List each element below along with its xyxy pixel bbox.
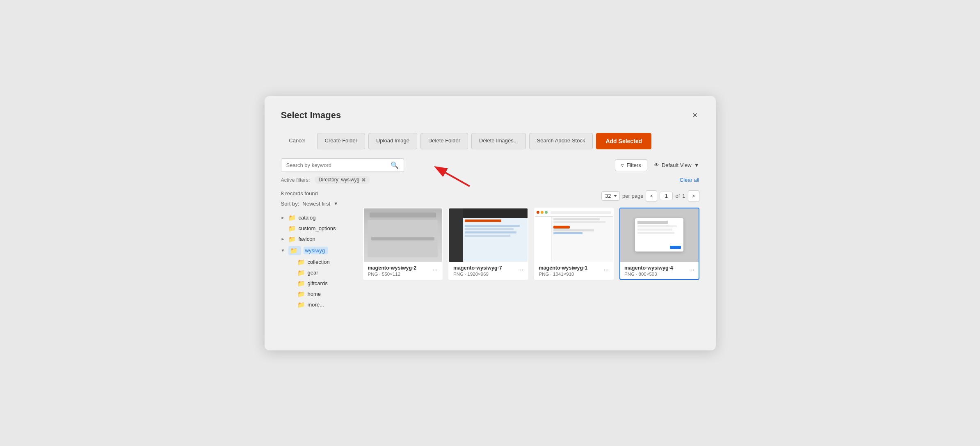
- content-area: 8 records found Sort by: Newest first ▼ …: [281, 190, 699, 310]
- delete-images-button[interactable]: Delete Images...: [471, 133, 526, 149]
- per-page-label: per page: [622, 193, 643, 199]
- folder-label-wysiwyg: wysiwyg: [304, 247, 328, 254]
- active-filters-label: Active filters:: [281, 177, 310, 183]
- filter-label: Filters: [626, 162, 641, 168]
- image-info-wysiwyg7: magento-wysiwyg-7 PNG · 1920×969 ···: [449, 262, 528, 279]
- image-card-wysiwyg2[interactable]: magento-wysiwyg-2 PNG · 550×112 ···: [363, 208, 443, 280]
- folder-label-collection: collection: [308, 259, 330, 265]
- modal: Select Images × Cancel Create Folder Upl…: [265, 96, 716, 350]
- filter-icon: ▿: [621, 162, 624, 168]
- remove-filter-button[interactable]: ✖: [361, 177, 366, 183]
- folder-label-giftcards: giftcards: [308, 280, 328, 286]
- image-info-wysiwyg4: magento-wysiwyg-4 PNG · 800×503 ···: [620, 262, 699, 279]
- image-thumbnail-wysiwyg4: [620, 208, 699, 262]
- folder-item-home[interactable]: ► 📁 home: [290, 289, 356, 300]
- image-meta-wysiwyg1: PNG · 1041×910: [539, 272, 588, 277]
- pagination-row: 32 per page < 1 of 1 >: [363, 190, 699, 202]
- folder-icon: 📁: [288, 225, 296, 232]
- image-meta-wysiwyg7: PNG · 1920×969: [453, 272, 502, 277]
- view-label: Default View: [662, 162, 692, 168]
- sort-row: Sort by: Newest first ▼: [281, 201, 356, 207]
- upload-image-button[interactable]: Upload Image: [368, 133, 417, 149]
- filter-button[interactable]: ▿ Filters: [615, 159, 647, 171]
- search-input[interactable]: [286, 162, 388, 168]
- sort-arrow-icon: ▼: [334, 201, 338, 206]
- image-card-wysiwyg7[interactable]: magento-wysiwyg-7 PNG · 1920×969 ···: [448, 208, 528, 280]
- search-icon: 🔍: [391, 161, 399, 169]
- folder-icon: 📁: [297, 258, 305, 266]
- folder-icon: 📁: [297, 301, 305, 309]
- per-page-select[interactable]: 32: [601, 191, 620, 201]
- view-button[interactable]: 👁 Default View ▼: [654, 162, 699, 168]
- folder-item-wysiwyg[interactable]: ▼ 📁 wysiwyg: [281, 245, 356, 257]
- chevron-down-icon: ▼: [694, 162, 699, 168]
- image-card-wysiwyg4[interactable]: magento-wysiwyg-4 PNG · 800×503 ···: [619, 208, 699, 280]
- chevron-right-icon: ►: [281, 237, 286, 241]
- chevron-down-icon: ▼: [281, 248, 286, 253]
- prev-page-button[interactable]: <: [646, 190, 657, 202]
- folder-icon: 📁: [288, 236, 296, 243]
- folder-item-collection[interactable]: ► 📁 collection: [290, 257, 356, 268]
- folder-label-custom-options: custom_options: [299, 225, 336, 231]
- total-pages: 1: [682, 193, 685, 199]
- main-content: 32 per page < 1 of 1 >: [363, 190, 699, 310]
- search-filter-row: 🔍 ▿ Filters 👁 Default View ▼: [281, 158, 699, 172]
- image-meta-wysiwyg4: PNG · 800×503: [624, 272, 673, 277]
- image-info-wysiwyg1: magento-wysiwyg-1 PNG · 1041×910 ···: [535, 262, 613, 279]
- folder-label-favicon: favicon: [299, 236, 315, 242]
- sidebar: 8 records found Sort by: Newest first ▼ …: [281, 190, 363, 310]
- records-info: 8 records found: [281, 190, 356, 197]
- image-thumbnail-wysiwyg2: [364, 208, 442, 262]
- next-page-button[interactable]: >: [688, 190, 699, 202]
- eye-icon: 👁: [654, 162, 659, 168]
- folder-tree: ► 📁 catalog ► 📁 custom_options ► 📁 favic…: [281, 213, 356, 310]
- delete-folder-button[interactable]: Delete Folder: [420, 133, 468, 149]
- create-folder-button[interactable]: Create Folder: [317, 133, 365, 149]
- filter-tag-text: Directory: wysiwyg: [319, 177, 359, 183]
- folder-item-favicon[interactable]: ► 📁 favicon: [281, 234, 356, 245]
- image-menu-wysiwyg1[interactable]: ···: [603, 266, 609, 273]
- folder-label-more: more...: [308, 302, 324, 308]
- sort-by-label: Sort by:: [281, 201, 299, 207]
- folder-icon: 📁: [297, 280, 305, 287]
- sort-value: Newest first: [302, 201, 330, 207]
- image-name-wysiwyg7: magento-wysiwyg-7: [453, 265, 502, 271]
- folder-item-catalog[interactable]: ► 📁 catalog: [281, 213, 356, 223]
- image-card-wysiwyg1[interactable]: magento-wysiwyg-1 PNG · 1041×910 ···: [534, 208, 614, 280]
- close-button[interactable]: ×: [691, 109, 699, 121]
- image-name-wysiwyg2: magento-wysiwyg-2: [368, 265, 417, 271]
- folder-label-gear: gear: [308, 270, 318, 276]
- toolbar: Cancel Create Folder Upload Image Delete…: [281, 133, 699, 149]
- modal-header: Select Images ×: [281, 109, 699, 121]
- chevron-right-icon: ►: [281, 215, 286, 220]
- folder-item-custom-options[interactable]: ► 📁 custom_options: [281, 223, 356, 234]
- image-menu-wysiwyg4[interactable]: ···: [689, 266, 694, 273]
- image-name-wysiwyg1: magento-wysiwyg-1: [539, 265, 588, 271]
- image-menu-wysiwyg7[interactable]: ···: [518, 266, 523, 273]
- folder-item-gear[interactable]: ► 📁 gear: [290, 268, 356, 278]
- filter-tag: Directory: wysiwyg ✖: [315, 176, 370, 184]
- search-stock-button[interactable]: Search Adobe Stock: [529, 133, 593, 149]
- current-page: 1: [660, 192, 673, 200]
- cancel-button[interactable]: Cancel: [281, 133, 314, 149]
- search-box: 🔍: [281, 158, 404, 172]
- image-grid: magento-wysiwyg-2 PNG · 550×112 ···: [363, 208, 699, 280]
- folder-icon: 📁: [297, 290, 305, 298]
- of-label: of: [675, 193, 680, 199]
- image-menu-wysiwyg2[interactable]: ···: [432, 266, 438, 273]
- active-filters-row: Active filters: Directory: wysiwyg ✖ Cle…: [281, 176, 699, 184]
- image-name-wysiwyg4: magento-wysiwyg-4: [624, 265, 673, 271]
- folder-label-catalog: catalog: [299, 215, 316, 221]
- image-thumbnail-wysiwyg1: [535, 208, 613, 262]
- folder-icon: 📁: [297, 269, 305, 277]
- folder-icon-active: 📁: [288, 246, 301, 255]
- folder-item-giftcards[interactable]: ► 📁 giftcards: [290, 278, 356, 289]
- folder-label-home: home: [308, 291, 321, 297]
- folder-icon: 📁: [288, 214, 296, 222]
- image-info-wysiwyg2: magento-wysiwyg-2 PNG · 550×112 ···: [364, 262, 442, 279]
- folder-item-more[interactable]: ► 📁 more...: [290, 300, 356, 310]
- image-thumbnail-wysiwyg7: [449, 208, 528, 262]
- clear-all-link[interactable]: Clear all: [680, 177, 699, 183]
- folder-children-wysiwyg: ► 📁 collection ► 📁 gear ► 📁 giftcards: [281, 257, 356, 310]
- add-selected-button[interactable]: Add Selected: [596, 133, 651, 149]
